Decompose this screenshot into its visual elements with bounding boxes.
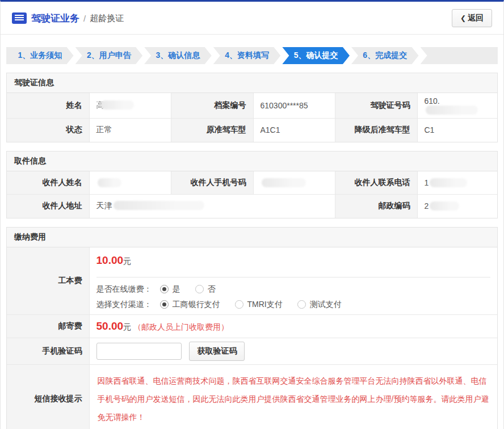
step-2-user-declaration[interactable]: 2、用户申告	[75, 47, 143, 64]
table-row: 状态 正常 原准驾车型 A1C1 降级后准驾车型 C1	[7, 119, 497, 142]
sms-code-cell: 获取验证码	[89, 338, 497, 364]
back-chevron-icon: ❮	[460, 14, 466, 22]
table-row: 姓名 高 档案编号 610300****85 驾驶证号码 610.	[7, 93, 497, 119]
radio-icon[interactable]	[195, 285, 204, 293]
license-section-title: 驾驶证信息	[7, 73, 497, 93]
orig-class-value: A1C1	[253, 119, 335, 142]
back-button[interactable]: ❮返回	[452, 9, 492, 27]
fees-section-title: 缴纳费用	[7, 228, 497, 247]
sms-code-input[interactable]	[96, 343, 182, 360]
fee-divider	[96, 277, 491, 277]
online-pay-option-no[interactable]: 否	[195, 284, 216, 295]
step-4-fill-material[interactable]: 4、资料填写	[213, 47, 281, 64]
step-filler	[421, 47, 498, 64]
sms-tip-text: 因陕西省联通、电信运营商技术问题，陕西省互联网交通安全综合服务管理平台无法向持陕…	[96, 368, 491, 429]
online-pay-label: 是否在线缴费：	[96, 284, 152, 295]
radio-icon[interactable]	[297, 300, 306, 309]
sms-tip-label: 短信接收提示	[7, 364, 89, 429]
file-no-value: 610300****85	[253, 93, 335, 119]
online-pay-group: 是否在线缴费： 是 否	[96, 284, 491, 295]
table-row: 收件人姓名 收件人手机号码 收件人联系电话 1	[7, 171, 497, 195]
table-row: 短信接收提示 因陕西省联通、电信运营商技术问题，陕西省互联网交通安全综合服务管理…	[7, 364, 497, 429]
card-fee-cell: 10.00元 是否在线缴费： 是 否 选择支付渠道： 工商银行支付 TMRI支付…	[89, 247, 497, 315]
online-pay-option-no-label: 否	[208, 284, 216, 295]
pay-channel-option-test[interactable]: 测试支付	[297, 300, 342, 310]
table-row: 手机验证码 获取验证码	[7, 338, 497, 364]
header: 驾驶证业务 / 超龄换证 ❮返回	[1, 2, 503, 35]
recipient-mobile-value	[253, 171, 335, 195]
recipient-name-value	[89, 171, 171, 195]
radio-icon[interactable]	[160, 300, 169, 309]
online-pay-option-yes[interactable]: 是	[160, 284, 180, 295]
license-info-section: 驾驶证信息 姓名 高 档案编号 610300****85 驾驶证号码 610. …	[6, 73, 498, 142]
redacted-address	[114, 201, 204, 210]
fees-table: 工本费 10.00元 是否在线缴费： 是 否 选择支付渠道： 工商银行支付 TM…	[7, 247, 497, 429]
radio-icon[interactable]	[160, 285, 169, 293]
address-label: 收件人地址	[7, 195, 89, 218]
recipient-mobile-label: 收件人手机号码	[171, 171, 253, 195]
license-menu-icon	[12, 12, 27, 24]
step-3-confirm-info[interactable]: 3、确认信息	[144, 47, 212, 64]
online-pay-option-yes-label: 是	[173, 284, 180, 295]
pay-channel-option-icbc[interactable]: 工商银行支付	[160, 300, 220, 310]
file-no-label: 档案编号	[171, 93, 253, 119]
status-label: 状态	[7, 119, 89, 142]
postal-value: 2	[417, 195, 497, 218]
card-fee-unit: 元	[123, 256, 131, 266]
pay-channel-option-test-label: 测试支付	[310, 300, 342, 310]
name-value: 高	[89, 93, 171, 119]
step-6-finish-submit[interactable]: 6、完成提交	[351, 47, 419, 64]
license-info-table: 姓名 高 档案编号 610300****85 驾驶证号码 610. 状态 正常 …	[7, 93, 497, 142]
table-row: 工本费 10.00元 是否在线缴费： 是 否 选择支付渠道： 工商银行支付 TM…	[7, 247, 497, 315]
pickup-section-title: 取件信息	[7, 152, 497, 171]
name-label: 姓名	[7, 93, 89, 119]
mail-fee-unit: 元	[123, 322, 131, 331]
card-fee-amount: 10.00	[96, 254, 124, 266]
new-class-value: C1	[417, 119, 497, 142]
recipient-phone-value: 1	[417, 171, 497, 195]
fees-section: 缴纳费用 工本费 10.00元 是否在线缴费： 是 否 选择支付渠道：	[6, 227, 498, 429]
step-5-confirm-submit[interactable]: 5、确认提交	[282, 47, 350, 64]
sms-code-label: 手机验证码	[7, 338, 89, 364]
step-1-business-notice[interactable]: 1、业务须知	[6, 47, 74, 64]
back-button-label: 返回	[468, 13, 484, 22]
pickup-info-section: 取件信息 收件人姓名 收件人手机号码 收件人联系电话 1 收件人地址 天津 邮政…	[6, 151, 498, 218]
get-code-button[interactable]: 获取验证码	[189, 342, 245, 361]
table-row: 邮寄费 50.00元（邮政人员上门收取费用）	[7, 314, 497, 338]
mail-fee-amount: 50.00	[96, 320, 124, 332]
redacted-license-no	[426, 106, 478, 115]
status-value: 正常	[89, 119, 171, 142]
new-class-label: 降级后准驾车型	[335, 119, 417, 142]
page: 驾驶证业务 / 超龄换证 ❮返回 1、业务须知 2、用户申告 3、确认信息 4、…	[0, 0, 504, 429]
redacted-postal	[430, 201, 459, 211]
breadcrumb-current: 超龄换证	[90, 13, 124, 24]
pay-channel-option-tmri-label: TMRI支付	[247, 300, 283, 310]
sms-tip-cell: 因陕西省联通、电信运营商技术问题，陕西省互联网交通安全综合服务管理平台无法向持陕…	[89, 364, 497, 429]
breadcrumb-separator: /	[83, 14, 86, 23]
pay-channel-label: 选择支付渠道：	[96, 300, 152, 310]
redacted-recipient-mobile	[262, 178, 306, 187]
address-value: 天津	[89, 195, 335, 218]
recipient-name-label: 收件人姓名	[7, 171, 89, 195]
redacted-recipient-phone	[430, 178, 467, 187]
card-fee-amount-line: 10.00元	[96, 251, 491, 270]
orig-class-label: 原准驾车型	[171, 119, 253, 142]
pickup-info-table: 收件人姓名 收件人手机号码 收件人联系电话 1 收件人地址 天津 邮政编码 2	[7, 171, 497, 218]
recipient-phone-label: 收件人联系电话	[335, 171, 417, 195]
license-no-label: 驾驶证号码	[335, 93, 417, 119]
pay-channel-option-tmri[interactable]: TMRI支付	[235, 300, 283, 310]
redacted-name	[101, 100, 134, 110]
radio-icon[interactable]	[235, 300, 243, 309]
page-title: 驾驶证业务	[31, 12, 79, 25]
mail-fee-label: 邮寄费	[7, 314, 89, 338]
redacted-recipient-name	[98, 178, 121, 187]
pay-channel-group: 选择支付渠道： 工商银行支付 TMRI支付 测试支付	[96, 300, 491, 310]
table-row: 收件人地址 天津 邮政编码 2	[7, 195, 497, 218]
mail-fee-cell: 50.00元（邮政人员上门收取费用）	[89, 314, 497, 338]
step-wizard: 1、业务须知 2、用户申告 3、确认信息 4、资料填写 5、确认提交 6、完成提…	[6, 47, 498, 64]
pay-channel-option-icbc-label: 工商银行支付	[173, 300, 220, 310]
postal-label: 邮政编码	[335, 195, 417, 218]
mail-fee-note: （邮政人员上门收取费用）	[133, 322, 229, 331]
card-fee-label: 工本费	[7, 247, 89, 315]
license-no-value: 610.	[417, 93, 497, 119]
